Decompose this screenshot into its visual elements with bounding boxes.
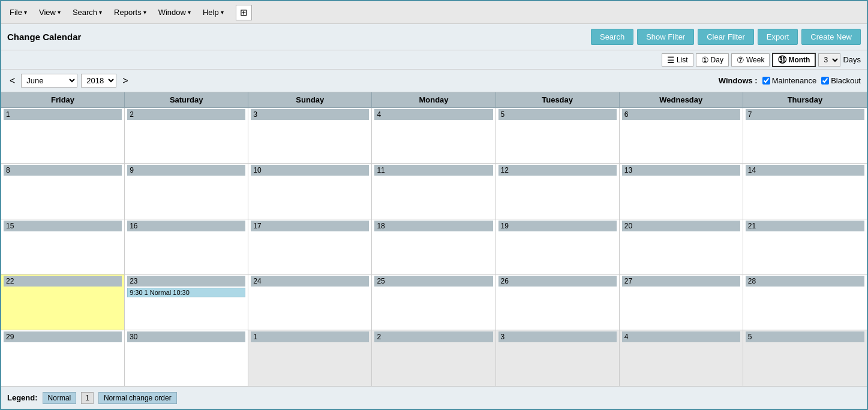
toolbar-buttons: Search Show Filter Clear Filter Export C… [591,29,861,45]
next-month-button[interactable]: > [120,76,130,86]
cal-cell-0-0[interactable]: 1 [1,108,125,163]
calendar-nav-bar: < June JanuaryFebruaryMarch AprilMay Jul… [1,70,867,92]
clear-filter-button[interactable]: Clear Filter [698,29,754,45]
cal-cell-4-5[interactable]: 4 [620,330,743,386]
date-number: 11 [374,165,492,176]
date-number: 17 [251,221,369,231]
export-button[interactable]: Export [758,29,798,45]
cal-cell-0-3[interactable]: 4 [372,108,495,163]
cal-cell-4-2[interactable]: 1 [248,330,372,386]
list-view-button[interactable]: ☰ List [662,53,693,67]
day-header-friday: Friday [1,92,125,107]
cal-cell-0-6[interactable]: 7 [743,108,867,163]
cal-cell-1-2[interactable]: 10 [248,164,372,219]
date-number: 30 [127,331,245,342]
cal-cell-0-5[interactable]: 6 [620,108,743,163]
menu-help[interactable]: Help ▾ [198,5,229,19]
cal-cell-4-6[interactable]: 5 [743,330,867,386]
cal-cell-3-4[interactable]: 26 [496,275,620,330]
menu-reports[interactable]: Reports ▾ [109,5,151,19]
day-header-tuesday: Tuesday [496,92,620,107]
cal-cell-1-3[interactable]: 11 [372,164,495,219]
menu-view[interactable]: View ▾ [34,5,65,19]
date-number: 5 [746,331,864,342]
days-select[interactable]: 3 5 7 [818,53,840,67]
calendar-event[interactable]: 9:30 1 Normal 10:30 [127,288,245,297]
create-new-button[interactable]: Create New [801,29,861,45]
cal-cell-2-5[interactable]: 20 [620,219,743,275]
menu-window[interactable]: Window ▾ [154,5,196,19]
year-select[interactable]: 2018 201720192020 [81,74,116,88]
maintenance-checkbox-label[interactable]: Maintenance [762,76,816,85]
cal-cell-1-4[interactable]: 12 [496,164,620,219]
date-number: 7 [746,109,864,120]
prev-month-button[interactable]: < [7,76,17,86]
cal-cell-4-4[interactable]: 3 [496,330,620,386]
week-view-button[interactable]: ⑦ Week [731,53,770,67]
blackout-checkbox-label[interactable]: Blackout [821,76,861,85]
date-number: 26 [498,276,617,287]
cal-cell-3-2[interactable]: 24 [248,275,372,330]
date-number: 18 [374,221,492,231]
show-filter-button[interactable]: Show Filter [637,29,694,45]
month-view-button[interactable]: ㉛ Month [772,53,816,67]
date-number: 6 [622,109,740,120]
day-header-monday: Monday [372,92,495,107]
legend-title: Legend: [7,393,38,402]
date-number: 21 [746,221,864,231]
cal-cell-3-0[interactable]: 22 [1,275,125,330]
month-select[interactable]: June JanuaryFebruaryMarch AprilMay JulyA… [21,74,77,88]
cal-cell-3-5[interactable]: 27 [620,275,743,330]
date-number: 3 [498,331,617,342]
legend-normal-tag[interactable]: Normal [43,392,77,404]
cal-cell-1-5[interactable]: 13 [620,164,743,219]
blackout-checkbox[interactable] [821,77,829,85]
cal-cell-0-2[interactable]: 3 [248,108,372,163]
calendar-container: Friday Saturday Sunday Monday Tuesday We… [1,92,867,386]
cal-cell-1-0[interactable]: 8 [1,164,125,219]
day-view-button[interactable]: ① Day [696,53,729,67]
cal-cell-1-6[interactable]: 14 [743,164,867,219]
date-number: 5 [498,109,617,120]
cal-cell-4-3[interactable]: 2 [372,330,495,386]
cal-cell-1-1[interactable]: 9 [125,164,248,219]
maintenance-checkbox[interactable] [762,77,770,85]
chevron-down-icon: ▾ [143,9,146,16]
cal-cell-2-6[interactable]: 21 [743,219,867,275]
week-row-5: 293012345 [1,330,867,386]
week-row-4: 22239:30 1 Normal 10:302425262728 [1,275,867,330]
cal-cell-2-1[interactable]: 16 [125,219,248,275]
date-number: 9 [127,165,245,176]
menu-file[interactable]: File ▾ [5,5,32,19]
date-number: 20 [622,221,740,231]
day-header-thursday: Thursday [743,92,867,107]
day-icon: ① [701,55,709,65]
page-title: Change Calendar [7,32,81,42]
cal-cell-4-1[interactable]: 30 [125,330,248,386]
cal-cell-3-1[interactable]: 239:30 1 Normal 10:30 [125,275,248,330]
cal-cell-4-0[interactable]: 29 [1,330,125,386]
chevron-down-icon: ▾ [24,9,27,16]
calendar-nav-right: Windows : Maintenance Blackout [719,76,861,85]
cal-cell-0-4[interactable]: 5 [496,108,620,163]
search-button[interactable]: Search [591,29,633,45]
date-number: 10 [251,165,369,176]
date-number: 16 [127,221,245,231]
cal-cell-2-4[interactable]: 19 [496,219,620,275]
toolbar: Change Calendar Search Show Filter Clear… [1,24,867,50]
cal-cell-3-3[interactable]: 25 [372,275,495,330]
date-number: 1 [251,331,369,342]
menu-search[interactable]: Search ▾ [68,5,107,19]
list-icon: ☰ [667,55,675,65]
cal-cell-2-0[interactable]: 15 [1,219,125,275]
cal-cell-0-1[interactable]: 2 [125,108,248,163]
cal-cell-2-3[interactable]: 18 [372,219,495,275]
cal-cell-3-6[interactable]: 28 [743,275,867,330]
date-number: 4 [374,109,492,120]
week-row-3: 15161718192021 [1,219,867,275]
new-tab-button[interactable]: ⊞ [236,5,252,20]
date-number: 15 [4,221,122,231]
cal-cell-2-2[interactable]: 17 [248,219,372,275]
day-header-sunday: Sunday [248,92,372,107]
date-number: 2 [127,109,245,120]
